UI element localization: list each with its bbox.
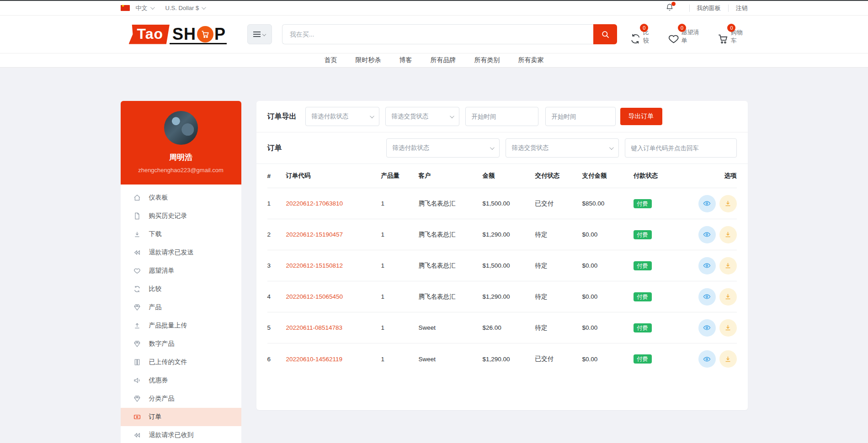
search-input[interactable] xyxy=(282,24,594,44)
download-invoice-button[interactable] xyxy=(719,288,737,306)
categories-menu-button[interactable] xyxy=(247,24,272,44)
profile-name: 周明浩 xyxy=(125,152,237,163)
orders-delivery-status-select[interactable]: 筛选交货状态 xyxy=(506,138,619,158)
order-code-link[interactable]: 20220612-17063810 xyxy=(286,200,343,207)
nav-flash-sale[interactable]: 限时秒杀 xyxy=(356,56,381,64)
nav-blog[interactable]: 博客 xyxy=(399,56,412,64)
files-icon xyxy=(133,359,141,366)
view-order-button[interactable] xyxy=(698,257,716,274)
view-order-button[interactable] xyxy=(698,350,716,368)
logout-link[interactable]: 注销 xyxy=(736,4,748,12)
nav-home[interactable]: 首页 xyxy=(325,56,337,64)
chevron-down-icon xyxy=(202,5,206,10)
eye-icon xyxy=(703,324,711,332)
orders-title: 订单 xyxy=(267,143,282,153)
sidebar-item-products[interactable]: 产品 xyxy=(121,298,241,316)
orders-filter-section: 订单 筛选付款状态 筛选交货状态 xyxy=(256,132,748,164)
cart-button[interactable]: 0 购物车 xyxy=(717,24,747,45)
export-payment-status-select[interactable]: 筛选付款状态 xyxy=(305,107,379,126)
rewind-icon xyxy=(133,432,141,439)
download-invoice-button[interactable] xyxy=(719,319,737,337)
sidebar-menu: 仪表板 购买历史记录 下载 退款请求已发送 愿望清单 比较 xyxy=(121,185,241,443)
sidebar-item-purchase-history[interactable]: 购买历史记录 xyxy=(121,207,241,225)
view-order-button[interactable] xyxy=(698,195,716,212)
sidebar-item-wishlist[interactable]: 愿望清单 xyxy=(121,262,241,280)
sidebar-item-refund-sent[interactable]: 退款请求已发送 xyxy=(121,243,241,262)
sidebar-item-digital-products[interactable]: 数字产品 xyxy=(121,335,241,353)
table-header-row: # 订单代码 产品量 客户 金额 交付状态 支付金额 付款状态 选项 xyxy=(267,164,737,188)
sidebar-item-refund-received[interactable]: 退款请求已收到 xyxy=(121,426,241,443)
nav-all-categories[interactable]: 所有类别 xyxy=(474,56,500,64)
download-icon xyxy=(724,293,732,301)
cart-logo-icon xyxy=(197,26,213,42)
currency-selector[interactable]: U.S. Dollar $ xyxy=(165,5,205,11)
order-code-link[interactable]: 20220610-14562119 xyxy=(286,356,343,363)
order-code-link[interactable]: 20220611-08514783 xyxy=(286,324,343,331)
sidebar-item-compare[interactable]: 比较 xyxy=(121,280,241,298)
nav-all-sellers[interactable]: 所有卖家 xyxy=(518,56,544,64)
search-bar xyxy=(282,24,618,44)
orders-table: # 订单代码 产品量 客户 金额 交付状态 支付金额 付款状态 选项 1 202… xyxy=(256,164,748,374)
eye-icon xyxy=(703,262,711,269)
nav-all-brands[interactable]: 所有品牌 xyxy=(431,56,456,64)
sidebar-item-downloads[interactable]: 下载 xyxy=(121,225,241,243)
chevron-down-icon xyxy=(609,145,613,150)
home-icon xyxy=(133,194,141,201)
orders-panel: 订单导出 筛选付款状态 筛选交货状态 导出订单 订单 筛选付款状态 筛选交货状态 xyxy=(256,101,748,410)
shop-logo[interactable]: Tao SH P xyxy=(129,25,227,44)
download-invoice-button[interactable] xyxy=(719,226,737,243)
order-code-link[interactable]: 20220612-15065450 xyxy=(286,293,343,300)
avatar[interactable] xyxy=(164,111,198,145)
gem-icon xyxy=(133,340,141,348)
chevron-down-icon xyxy=(262,32,266,36)
download-invoice-button[interactable] xyxy=(719,195,737,212)
language-selector[interactable]: 中文 xyxy=(121,4,154,12)
export-end-time-input[interactable] xyxy=(545,107,616,126)
payment-status-badge: 付费 xyxy=(634,261,652,270)
upload-icon xyxy=(133,322,141,329)
orders-payment-status-select[interactable]: 筛选付款状态 xyxy=(386,138,500,158)
export-start-time-input[interactable] xyxy=(465,107,538,126)
notification-dot xyxy=(671,2,676,6)
download-icon xyxy=(724,324,732,332)
compare-button[interactable]: 0 比较 xyxy=(630,24,654,45)
eye-icon xyxy=(703,355,711,363)
order-code-search-input[interactable] xyxy=(625,138,737,158)
sidebar-item-dashboard[interactable]: 仪表板 xyxy=(121,189,241,207)
export-delivery-status-select[interactable]: 筛选交货状态 xyxy=(385,107,459,126)
view-order-button[interactable] xyxy=(698,319,716,337)
download-icon xyxy=(724,200,732,207)
download-icon xyxy=(724,355,732,363)
megaphone-icon xyxy=(133,377,141,384)
eye-icon xyxy=(703,200,711,207)
my-panel-link[interactable]: 我的面板 xyxy=(697,4,721,12)
download-invoice-button[interactable] xyxy=(719,350,737,368)
china-flag-icon xyxy=(121,5,130,11)
divider xyxy=(728,5,729,12)
eye-icon xyxy=(703,293,711,301)
sidebar-item-coupons[interactable]: 优惠券 xyxy=(121,371,241,390)
wishlist-button[interactable]: 0 愿望清单 xyxy=(668,24,703,45)
export-orders-button[interactable]: 导出订单 xyxy=(620,108,662,125)
view-order-button[interactable] xyxy=(698,226,716,243)
sidebar-item-bulk-upload[interactable]: 产品批量上传 xyxy=(121,316,241,335)
chevron-down-icon xyxy=(449,114,454,118)
chevron-down-icon xyxy=(490,145,494,150)
eye-icon xyxy=(703,231,711,238)
order-code-link[interactable]: 20220612-15190457 xyxy=(286,231,343,238)
chevron-down-icon xyxy=(369,114,374,118)
notifications-button[interactable] xyxy=(666,3,674,13)
sidebar-item-uploaded-files[interactable]: 已上传的文件 xyxy=(121,353,241,371)
view-order-button[interactable] xyxy=(698,288,716,306)
payment-status-badge: 付费 xyxy=(634,292,652,301)
heart-icon xyxy=(133,267,141,274)
cart-icon xyxy=(717,33,729,45)
refresh-icon xyxy=(133,285,141,293)
sidebar-item-orders[interactable]: 订单 xyxy=(121,408,241,426)
chevron-down-icon xyxy=(150,5,154,10)
search-button[interactable] xyxy=(593,24,617,44)
sidebar-item-classified-products[interactable]: 分类产品 xyxy=(121,390,241,408)
order-code-link[interactable]: 20220612-15150812 xyxy=(286,262,343,269)
compare-icon xyxy=(630,33,641,45)
download-invoice-button[interactable] xyxy=(719,257,737,274)
